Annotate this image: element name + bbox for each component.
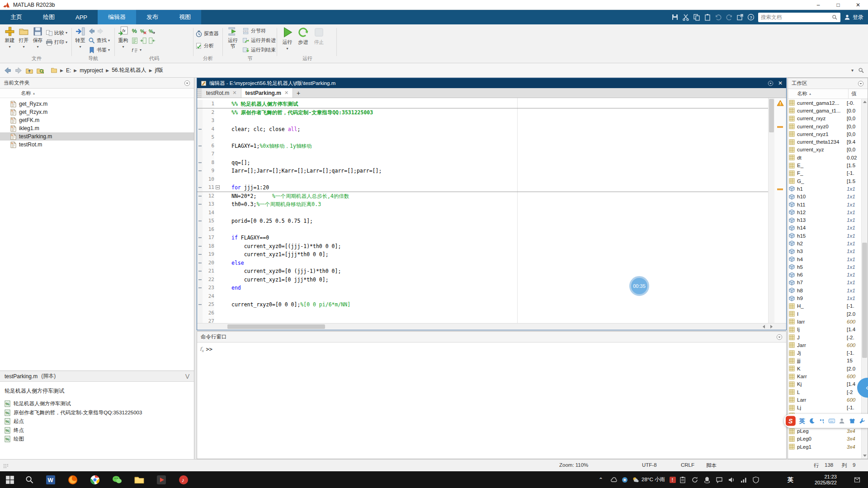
workspace-variable-row[interactable]: current_gama12...[-0. [788,99,868,107]
smart-indent-icon[interactable] [131,37,138,44]
taskbar-search-button[interactable] [24,474,36,486]
workspace-variable-row[interactable]: h61x1 [788,271,868,279]
code-line[interactable]: 23end [197,284,768,292]
warning-icon[interactable] [777,100,784,106]
moon-icon[interactable] [809,418,815,424]
stop-button[interactable]: 停止 [312,26,326,46]
print-button[interactable]: 打印▾ [46,38,67,47]
scrollbar-thumb[interactable] [769,99,774,132]
workspace-variable-row[interactable]: h151x1 [788,232,868,239]
breakpoint-margin[interactable] [197,209,203,217]
run-button[interactable]: 运行▾ [280,26,294,52]
code-line[interactable]: 26 [197,309,768,318]
uncomment-icon[interactable]: % [140,28,147,35]
workspace-variable-row[interactable]: h101x1 [788,193,868,201]
music-app-taskbar-icon[interactable]: ♪ [177,474,189,486]
indent-left-icon[interactable] [148,37,156,44]
details-item[interactable]: %起点 [5,417,189,426]
workspace-variable-row[interactable]: Lj[-1. [788,404,868,412]
navigate-back-icon[interactable] [88,28,95,35]
workspace-variable-row[interactable]: h91x1 [788,294,868,302]
breakpoint-margin[interactable] [197,108,203,117]
breakpoint-margin[interactable] [197,142,203,150]
tab-close-icon[interactable]: ✕ [284,90,288,96]
workspace-variable-row[interactable]: K[2.0 [788,365,868,372]
workspace-variable-row[interactable]: current_rxyz[0,0 [788,115,868,122]
breadcrumb-item[interactable]: 56.轮足机器人 [112,66,146,74]
breakpoint-margin[interactable] [197,317,203,323]
workspace-variable-row[interactable]: h21x1 [788,239,868,247]
file-row[interactable]: fxget_Ryzx.m [0,100,194,108]
code-line[interactable]: 21 current_xyz0=[0 (jjj-1)*th0 0]; [197,267,768,276]
editor-vertical-scrollbar[interactable] [768,98,774,323]
panel-menu-icon[interactable] [858,80,864,87]
workspace-scrollbar[interactable] [861,99,868,459]
settings-wrench-icon[interactable] [859,418,865,424]
navigate-forward-icon[interactable] [97,28,104,35]
refactor-button[interactable]: fx重构▾ [117,26,129,50]
editor-close-icon[interactable]: ✕ [778,80,783,86]
workspace-variable-row[interactable]: current_gama_t1...[0.0 [788,107,868,114]
panel-menu-icon[interactable] [776,334,783,340]
hscroll-right-button[interactable] [768,324,774,329]
breakpoint-margin[interactable] [197,309,203,318]
doc-search-box[interactable]: 搜索文档 [758,13,840,22]
ime-account-icon[interactable] [839,418,845,424]
code-line[interactable]: 8qq=[]; [197,159,768,167]
workspace-variable-row[interactable]: h141x1 [788,224,868,232]
workspace-variable-row[interactable]: current_theta1234[9.4 [788,138,868,145]
code-line[interactable]: 5 [197,133,768,142]
redo-button[interactable] [726,14,733,21]
start-button[interactable] [4,474,16,486]
browse-folder-icon[interactable] [36,66,44,75]
file-row[interactable]: fxikleg1.m [0,124,194,132]
up-folder-icon[interactable] [25,66,33,75]
clock[interactable]: 21:232025/8/22 [815,471,837,488]
recording-timer-bubble[interactable]: 00:35 [629,276,649,296]
workspace-variable-row[interactable]: F_[-1. [788,169,868,177]
new-button[interactable]: 新建▾ [4,26,16,50]
command-window-body[interactable]: fx >> [197,343,786,459]
comment-icon[interactable]: % [131,28,138,35]
analyze-button[interactable]: 分析 [195,42,219,50]
copy-button[interactable] [693,14,700,21]
workspace-variable-row[interactable]: Iarr600 [788,318,868,325]
workspace-variable-row[interactable]: pLeg03x4 [788,435,868,443]
code-line[interactable]: 4clear; clc; close all; [197,125,768,134]
editor-menu-icon[interactable] [768,80,774,86]
code-line[interactable]: 16 [197,225,768,234]
minimize-button[interactable]: – [808,0,828,9]
menu-tab-3[interactable]: 编辑器 [98,10,136,24]
workspace-variable-row[interactable]: pLeg13x4 [788,443,868,450]
ime-indicator[interactable]: 英 [788,471,793,488]
workspace-variable-row[interactable]: h51x1 [788,263,868,271]
wrap-comment-icon[interactable]: % [148,28,156,35]
profiler-button[interactable]: 探查器 [195,29,219,38]
close-button[interactable]: ✕ [848,0,868,9]
cut-button[interactable] [682,14,689,21]
address-search-icon[interactable] [858,67,864,74]
hscroll-left-button[interactable] [760,324,767,329]
save-sm-button[interactable] [671,14,679,21]
run-advance-button[interactable]: 运行并前进 [242,36,276,45]
details-item[interactable]: %原创作者飞舞的哲，代码定制-文章指导QQ:3531225003 [5,408,189,418]
new-tab-button[interactable]: + [293,88,304,98]
file-row[interactable]: fxtestParking.m [0,132,194,141]
workspace-variable-row[interactable]: h41x1 [788,255,868,263]
workspace-variable-row[interactable]: h111x1 [788,201,868,208]
code-line[interactable]: 15porid=[0 0.25 0.5 0.75 1]; [197,217,768,225]
ime-lang-icon[interactable]: 英 [799,417,805,425]
tray-expand-icon[interactable]: ⌃ [599,471,603,488]
code-line[interactable]: 9Iarr=[];Jarr=[];Karr=[];Larr=[];qarr=[]… [197,167,768,175]
warning-tick[interactable] [777,188,783,190]
breakpoint-margin[interactable] [197,225,203,234]
details-item[interactable]: %终点 [5,426,189,435]
breakpoint-margin[interactable] [197,175,203,184]
skin-icon[interactable] [849,418,855,424]
notification-center-icon[interactable] [854,471,861,488]
message-tray-icon[interactable] [716,471,723,488]
code-line[interactable]: 13th0=0.3;%一个周期机身移动距离0.3 [197,200,768,209]
editor-tab[interactable]: testRot.m✕ [202,88,241,98]
workspace-variable-row[interactable]: Karr600 [788,372,868,380]
address-dropdown-icon[interactable]: ▾ [851,68,854,73]
